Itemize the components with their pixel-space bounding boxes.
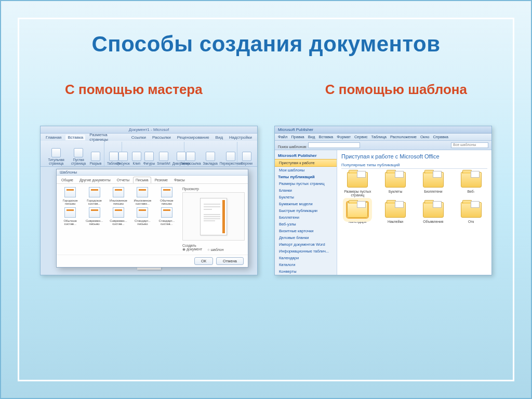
ribbon-icon [51, 148, 61, 157]
subtitle-left: С помощью мастера [65, 82, 203, 98]
publication-type-item[interactable]: Бюллетени [417, 172, 450, 197]
dialog-tab[interactable]: Резюме [152, 177, 170, 183]
template-item[interactable]: Современ... письмо [84, 207, 104, 225]
menu-item[interactable]: Формат [337, 135, 351, 139]
ribbon-button[interactable]: Верхни [240, 152, 254, 166]
template-item[interactable]: Городское письмо [60, 187, 81, 205]
publication-type-item[interactable]: Календари [341, 202, 374, 223]
ribbon-button[interactable]: Рисунок [116, 152, 131, 166]
dialog-tab[interactable]: Общие [59, 177, 76, 183]
dialog-tab[interactable]: Другие документы [77, 177, 113, 183]
template-icon [161, 187, 172, 197]
ribbon-button[interactable]: SmartArt [156, 152, 171, 166]
radio-template[interactable]: шаблон [207, 248, 223, 251]
word-body: Шаблоны ОбщиеДругие документыОтчетыПисьм… [41, 167, 257, 275]
menu-item[interactable]: Правка [291, 135, 304, 139]
publication-type-item[interactable]: Веб- [455, 172, 487, 197]
ok-button[interactable]: ОК [194, 257, 213, 265]
sidebar-link[interactable]: Быстрые публикации [275, 207, 337, 214]
ribbon-tab[interactable]: Рецензирование [175, 135, 211, 140]
menu-item[interactable]: Сервис [354, 135, 368, 139]
publication-type-grid: Размеры пустых страницБуклетыБюллетениВе… [341, 172, 487, 223]
menu-item[interactable]: Файл [278, 135, 287, 139]
sidebar-link[interactable]: Приступая к работе [275, 159, 337, 167]
word-screenshot: Документ1 - Microsof ГлавнаяВставкаРазме… [40, 126, 258, 275]
ribbon-button[interactable]: Титульная страница [44, 148, 68, 165]
publisher-main: Приступая к работе с Microsoft Office По… [337, 150, 491, 275]
folder-icon [385, 202, 406, 218]
dialog-tab[interactable]: Факсы [171, 177, 188, 183]
ribbon-button[interactable]: Закладка [202, 152, 219, 166]
radio-document[interactable]: документ [182, 247, 202, 251]
ribbon-tab[interactable]: Главная [44, 135, 63, 140]
dialog-tabs: ОбщиеДругие документыОтчетыПисьмаРезюмеФ… [57, 176, 248, 184]
menu-item[interactable]: Таблица [371, 135, 387, 139]
sidebar-link[interactable]: Буклеты [275, 194, 337, 201]
template-icon [89, 187, 100, 197]
publication-type-item[interactable]: Отк [455, 202, 487, 223]
publication-type-item[interactable]: Размеры пустых страниц [341, 172, 374, 197]
sidebar-link[interactable]: Конверты [275, 268, 337, 275]
sidebar-link[interactable]: Информационные таблич... [275, 248, 337, 255]
ribbon-button[interactable]: Клип [131, 152, 142, 166]
sidebar-link[interactable]: Бюллетени [275, 214, 337, 221]
sidebar-link[interactable]: Деловые бланки [275, 234, 337, 241]
slide: Способы создания документов С помощью ма… [0, 0, 532, 399]
cancel-button[interactable]: Отмена [216, 257, 244, 265]
subtitle-right: С помощью шаблона [325, 82, 467, 98]
dialog-tab[interactable]: Письма [133, 177, 151, 183]
ribbon-tab[interactable]: Разметка страницы [87, 132, 127, 142]
menu-item[interactable]: Окно [420, 135, 429, 139]
dialog-tab[interactable]: Отчеты [114, 177, 132, 183]
menu-item[interactable]: Расположение [390, 135, 417, 139]
ribbon-icon [118, 152, 128, 161]
menu-item[interactable]: Вид [308, 135, 315, 139]
ribbon-icon [242, 152, 251, 161]
search-scope-dropdown[interactable]: Все шаблоны [451, 142, 488, 148]
ribbon-button[interactable]: Разрыв [89, 152, 102, 166]
ribbon-button[interactable]: Фигуры [142, 152, 156, 166]
template-item[interactable]: Стандарт... состав... [156, 207, 177, 225]
template-item[interactable]: Стандарт... письмо [132, 207, 153, 225]
sidebar-link[interactable]: Веб-узлы [275, 221, 337, 228]
folder-icon [461, 202, 482, 218]
menu-item[interactable]: Вставка [318, 135, 333, 139]
ribbon-tab[interactable]: Рассылки [150, 135, 173, 140]
publication-type-item[interactable]: Объявления [417, 202, 450, 223]
ribbon-tab[interactable]: Вставка [65, 135, 85, 140]
publication-type-item[interactable]: Буклеты [379, 172, 412, 197]
template-icon [64, 207, 76, 218]
template-item[interactable]: Изысканное письмо [108, 187, 129, 205]
ribbon-tab[interactable]: Ссылки [129, 135, 148, 140]
ribbon-button[interactable]: Пустая страница [68, 148, 88, 165]
ribbon-button[interactable]: Гиперссылка [179, 152, 202, 166]
search-input[interactable] [308, 142, 360, 148]
sidebar-link[interactable]: Календари [275, 255, 337, 261]
ribbon-group: Титульная страницаПустая страницаРазрыв [43, 142, 104, 166]
template-icon [137, 187, 148, 197]
sidebar-link[interactable]: Каталоги [275, 261, 337, 268]
template-item[interactable]: Обычное письмо [156, 187, 177, 205]
preview-box [182, 192, 245, 241]
template-icon [64, 187, 76, 197]
ribbon-group: ГиперссылкаЗакладкаПерекрестная [185, 142, 237, 166]
template-item[interactable]: Изысканное составн... [132, 187, 153, 205]
sidebar-link[interactable]: Импорт документов Word [275, 241, 337, 248]
publication-type-item[interactable]: Наклейки [379, 202, 412, 223]
search-label: Поиск шаблонов: [278, 145, 307, 149]
sidebar-link[interactable]: Визитные карточки [275, 228, 337, 234]
sidebar-link[interactable]: Бланки [275, 187, 337, 194]
ribbon-tab[interactable]: Вид [214, 135, 225, 140]
template-list: Городское письмоГородское состав...Изыск… [60, 187, 177, 251]
preview-pane: Просмотр [182, 187, 245, 251]
menu-item[interactable]: Справка [433, 135, 448, 139]
publisher-sidebar: Microsoft PublisherПриступая к работеМои… [275, 150, 337, 275]
template-item[interactable]: Обычное состав... [60, 207, 81, 225]
template-item[interactable]: Современ... состав... [108, 207, 129, 225]
template-item[interactable]: Городское состав... [84, 187, 104, 205]
sidebar-link[interactable]: Размеры пустых страниц [275, 180, 337, 187]
ribbon-tab[interactable]: Надстройки [227, 135, 254, 140]
sidebar-link[interactable]: Мои шаблоны [275, 167, 337, 174]
sidebar-link[interactable]: Бумажные модели [275, 201, 337, 207]
slide-title: Способы создания документов [40, 32, 492, 57]
